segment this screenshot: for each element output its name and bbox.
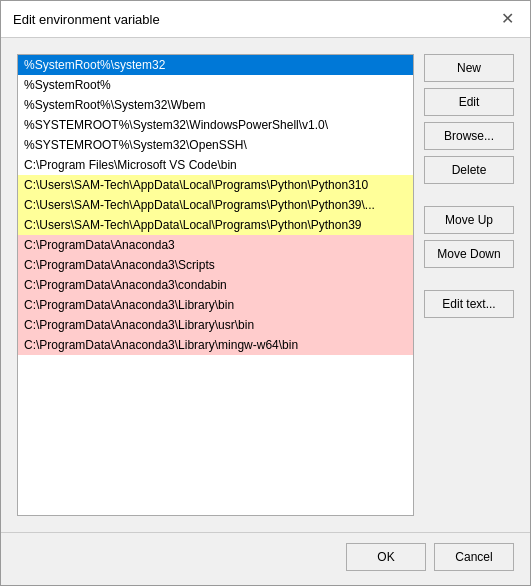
title-bar: Edit environment variable ✕ bbox=[1, 1, 530, 38]
action-buttons: New Edit Browse... Delete Move Up Move D… bbox=[424, 54, 514, 516]
edit-text-button[interactable]: Edit text... bbox=[424, 290, 514, 318]
list-item[interactable]: %SYSTEMROOT%\System32\WindowsPowerShell\… bbox=[18, 115, 413, 135]
footer: OK Cancel bbox=[1, 532, 530, 585]
list-item[interactable]: C:\Program Files\Microsoft VS Code\bin bbox=[18, 155, 413, 175]
list-item[interactable]: C:\ProgramData\Anaconda3\Library\mingw-w… bbox=[18, 335, 413, 355]
move-down-button[interactable]: Move Down bbox=[424, 240, 514, 268]
list-item[interactable]: C:\ProgramData\Anaconda3\Library\bin bbox=[18, 295, 413, 315]
edit-env-variable-dialog: Edit environment variable ✕ %SystemRoot%… bbox=[0, 0, 531, 586]
browse-button[interactable]: Browse... bbox=[424, 122, 514, 150]
list-container: %SystemRoot%\system32%SystemRoot%%System… bbox=[17, 54, 414, 516]
list-item[interactable]: %SystemRoot% bbox=[18, 75, 413, 95]
delete-button[interactable]: Delete bbox=[424, 156, 514, 184]
env-variable-list[interactable]: %SystemRoot%\system32%SystemRoot%%System… bbox=[17, 54, 414, 516]
move-up-button[interactable]: Move Up bbox=[424, 206, 514, 234]
list-item[interactable]: %SYSTEMROOT%\System32\OpenSSH\ bbox=[18, 135, 413, 155]
new-button[interactable]: New bbox=[424, 54, 514, 82]
edit-button[interactable]: Edit bbox=[424, 88, 514, 116]
list-item[interactable]: C:\ProgramData\Anaconda3\Scripts bbox=[18, 255, 413, 275]
list-item[interactable]: C:\ProgramData\Anaconda3\Library\usr\bin bbox=[18, 315, 413, 335]
list-item[interactable]: C:\Users\SAM-Tech\AppData\Local\Programs… bbox=[18, 175, 413, 195]
cancel-button[interactable]: Cancel bbox=[434, 543, 514, 571]
close-button[interactable]: ✕ bbox=[497, 11, 518, 27]
list-item[interactable]: C:\ProgramData\Anaconda3 bbox=[18, 235, 413, 255]
ok-button[interactable]: OK bbox=[346, 543, 426, 571]
list-item[interactable]: C:\Users\SAM-Tech\AppData\Local\Programs… bbox=[18, 195, 413, 215]
list-item[interactable]: C:\ProgramData\Anaconda3\condabin bbox=[18, 275, 413, 295]
dialog-title: Edit environment variable bbox=[13, 12, 160, 27]
list-item[interactable]: %SystemRoot%\System32\Wbem bbox=[18, 95, 413, 115]
list-item[interactable]: C:\Users\SAM-Tech\AppData\Local\Programs… bbox=[18, 215, 413, 235]
content-area: %SystemRoot%\system32%SystemRoot%%System… bbox=[1, 38, 530, 532]
list-item[interactable]: %SystemRoot%\system32 bbox=[18, 55, 413, 75]
